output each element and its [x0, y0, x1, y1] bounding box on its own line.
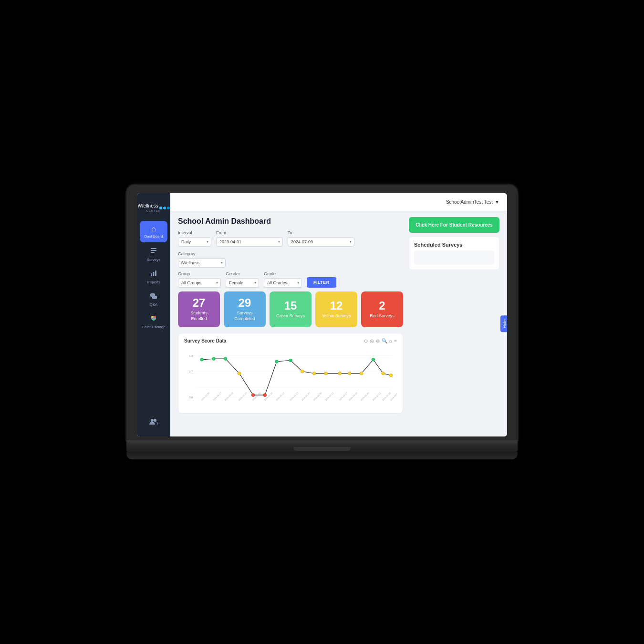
grade-filter: Grade All Grades [264, 271, 302, 288]
svg-point-32 [348, 372, 352, 375]
color-change-icon [150, 314, 157, 324]
svg-point-29 [312, 372, 316, 375]
interval-filter: Interval Daily [178, 230, 211, 247]
grade-select[interactable]: All Grades [264, 278, 302, 288]
header: SchoolAdminTest Test ▼ [170, 193, 507, 211]
svg-text:2024-01-13: 2024-01-13 [289, 392, 299, 401]
stat-card-enrolled[interactable]: 27 StudentsEnrolled [178, 291, 220, 327]
sidebar-item-users[interactable] [137, 415, 170, 432]
sidebar-item-reports[interactable]: Reports [137, 266, 170, 288]
logo-text-wellness: Wellness [139, 203, 158, 208]
svg-point-33 [360, 372, 363, 375]
svg-point-27 [238, 372, 241, 375]
chart-title: Survey Score Data [184, 338, 226, 343]
gender-filter: Gender Female [226, 271, 259, 288]
svg-point-35 [389, 374, 393, 377]
svg-text:2024-01-20: 2024-01-20 [301, 392, 311, 401]
sidebar-item-qa[interactable]: Q&A [137, 288, 170, 311]
svg-point-36 [251, 394, 255, 397]
svg-point-30 [324, 372, 328, 375]
svg-point-9 [151, 316, 153, 318]
category-select[interactable]: iWellness [178, 258, 226, 268]
red-number: 2 [379, 300, 385, 312]
chart-icon-6[interactable]: ≡ [394, 338, 397, 343]
svg-point-37 [263, 394, 267, 397]
interval-label: Interval [178, 230, 211, 235]
from-filter: From [216, 230, 283, 247]
filter-button[interactable]: FILTER [307, 277, 336, 288]
from-label: From [216, 230, 283, 235]
sidebar-item-surveys[interactable]: Surveys [137, 243, 170, 266]
svg-rect-5 [155, 270, 156, 276]
user-dropdown-icon: ▼ [495, 199, 499, 205]
to-input[interactable] [288, 237, 354, 247]
scheduled-surveys-title: Scheduled Surveys [414, 242, 494, 248]
svg-text:0.7: 0.7 [189, 370, 193, 373]
sidebar-item-color-change[interactable]: Color Change [137, 311, 170, 333]
yellow-label: Yellow Surveys [322, 313, 351, 319]
chart-icon-5[interactable]: ⌂ [389, 338, 392, 343]
hide-tab[interactable]: Hide [500, 316, 507, 332]
home-icon: ⌂ [151, 225, 156, 233]
stat-card-completed[interactable]: 29 SurveysCompleted [224, 291, 266, 327]
chart-icon-1[interactable]: ⊙ [364, 338, 368, 343]
svg-point-10 [154, 316, 156, 318]
to-filter: To [288, 230, 354, 247]
grade-label: Grade [264, 271, 302, 276]
svg-point-13 [154, 419, 156, 422]
svg-rect-0 [151, 248, 156, 249]
svg-point-12 [151, 419, 154, 422]
svg-rect-1 [151, 250, 156, 251]
svg-text:2024-02-12: 2024-02-12 [325, 392, 334, 401]
svg-rect-4 [153, 272, 155, 276]
gender-select[interactable]: Female [226, 278, 259, 288]
stat-card-yellow[interactable]: 12 Yellow Surveys [315, 291, 357, 327]
page-title: School Admin Dashboard [178, 217, 403, 226]
right-panel: Click Here For Student Resources Schedul… [409, 217, 499, 431]
student-resources-button[interactable]: Click Here For Student Resources [409, 217, 499, 233]
svg-text:2023-06-13: 2023-06-13 [212, 392, 222, 401]
green-number: 15 [284, 300, 297, 312]
qa-icon [150, 292, 157, 301]
surveys-icon [150, 247, 157, 257]
left-panel: School Admin Dashboard Interval Daily [178, 217, 403, 431]
svg-text:2024-03-19: 2024-03-19 [348, 392, 358, 401]
stat-card-green[interactable]: 15 Green Surveys [270, 291, 312, 327]
sidebar-item-dashboard[interactable]: ⌂ Dashboard [140, 221, 167, 242]
chart-icon-3[interactable]: ⊕ [376, 338, 380, 343]
logo-dot-2 [163, 207, 166, 209]
scheduled-surveys-box: Scheduled Surveys [409, 237, 499, 270]
svg-point-23 [224, 357, 227, 361]
reports-icon [150, 270, 157, 279]
scheduled-surveys-content [414, 250, 494, 265]
page-body: School Admin Dashboard Interval Daily [170, 211, 507, 436]
svg-point-25 [289, 359, 292, 363]
enrolled-label: StudentsEnrolled [190, 311, 208, 322]
group-filter: Group All Groups [178, 271, 221, 288]
svg-point-24 [275, 360, 279, 364]
interval-select[interactable]: Daily [178, 237, 211, 247]
svg-text:0.0: 0.0 [189, 396, 193, 399]
from-input[interactable] [216, 237, 283, 247]
group-select[interactable]: All Groups [178, 278, 221, 288]
svg-point-21 [200, 358, 204, 362]
svg-point-34 [382, 372, 385, 375]
filters-row-2: Group All Groups Gender [178, 271, 403, 288]
svg-point-31 [338, 372, 342, 375]
svg-text:2023-09-19: 2023-09-19 [224, 392, 234, 401]
sidebar: iWellness CENTER ⌂ Dashboard [137, 193, 170, 436]
svg-text:2024-01-12: 2024-01-12 [275, 392, 285, 401]
chart-icon-2[interactable]: ◎ [370, 338, 374, 343]
group-label: Group [178, 271, 221, 276]
stat-card-red[interactable]: 2 Red Surveys [361, 291, 403, 327]
svg-text:2024-02-13: 2024-02-13 [338, 392, 348, 401]
users-icon [149, 418, 158, 427]
chart-icon-4[interactable]: 🔍 [382, 338, 387, 343]
user-menu[interactable]: SchoolAdminTest Test ▼ [446, 199, 499, 205]
username: SchoolAdminTest Test [446, 199, 493, 205]
svg-point-28 [301, 370, 304, 374]
chart-controls: ⊙ ◎ ⊕ 🔍 ⌂ ≡ [364, 338, 397, 343]
logo-dot-3 [167, 207, 170, 209]
category-label: Category [178, 251, 226, 256]
svg-point-11 [153, 319, 155, 321]
